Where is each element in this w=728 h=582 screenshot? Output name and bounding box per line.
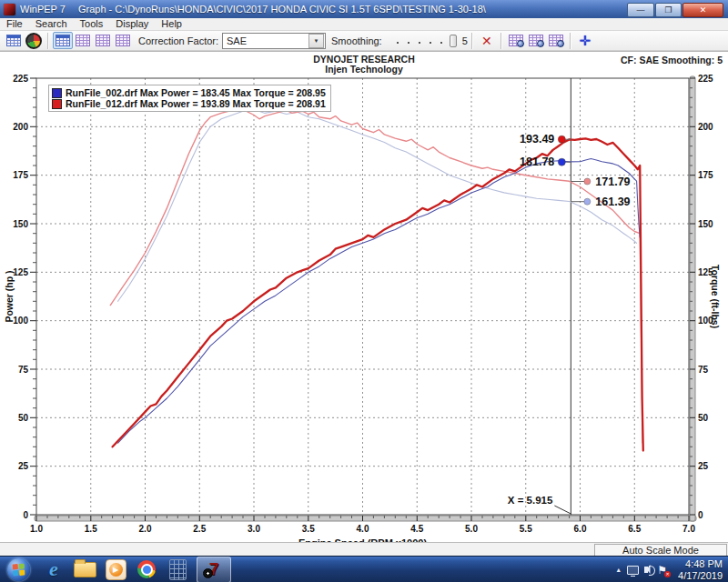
scale-mode-status: Auto Scale Mode	[594, 544, 727, 557]
graph-compare-icon-glyph	[76, 35, 90, 46]
graph-pen-icon[interactable]	[53, 32, 73, 49]
window-title: WinPEP 7Graph - C:\DynoRuns\HONDA\CIVIC\…	[20, 4, 486, 15]
arrow-overlay-icon	[557, 40, 564, 47]
y-tick-label-left: 75	[18, 365, 29, 375]
legend-swatch-run002	[52, 88, 62, 98]
smoothing-label: Smoothing:	[331, 35, 382, 46]
taskbar-chrome-icon[interactable]	[131, 557, 162, 581]
dial-gauge-icon-glyph	[25, 33, 42, 49]
readout-dot	[558, 135, 565, 143]
menu-bar: File Search Tools Display Help	[0, 18, 728, 31]
restore-icon: ❐	[664, 5, 672, 15]
clock[interactable]: 4:48 PM 4/17/2019	[678, 558, 723, 582]
network-icon[interactable]	[627, 566, 639, 575]
volume-icon[interactable]	[644, 567, 648, 573]
winpep-app-icon	[4, 4, 15, 15]
y-tick-label-left: 0	[23, 510, 28, 520]
close-button[interactable]: ✕	[682, 3, 723, 17]
taskbar-calculator-icon[interactable]	[162, 557, 193, 581]
media-player-icon: ▶	[106, 559, 126, 580]
y-tick-label-left: 225	[13, 74, 28, 84]
smoothing-slider-handle[interactable]	[450, 35, 457, 47]
folder-icon	[74, 562, 96, 577]
pan-graph-icon[interactable]	[526, 32, 546, 49]
minimize-button[interactable]: —	[627, 3, 654, 17]
grid-data-icon[interactable]	[4, 32, 24, 49]
readout-value: 181.78	[520, 156, 554, 168]
action-center-icon[interactable]: ⚑✕	[657, 565, 667, 576]
winpep-7-icon: 7	[209, 559, 219, 579]
menu-help[interactable]: Help	[155, 18, 188, 30]
taskbar-media-player-icon[interactable]: ▶	[100, 557, 131, 581]
readout-value: 193.49	[520, 133, 554, 146]
toolbar-separator	[570, 33, 571, 49]
y-axis-bar-right	[690, 76, 695, 521]
legend-label-run002: RunFile_002.drf Max Power = 183.45 Max T…	[66, 87, 326, 98]
correction-factor-value: SAE	[223, 35, 308, 46]
toolbar-separator	[471, 33, 473, 49]
clear-graph-icon[interactable]: ✕	[477, 32, 497, 49]
y-tick-label-left: 125	[13, 267, 28, 277]
y-tick-label-left: 25	[18, 461, 29, 471]
graph-multi-icon[interactable]	[113, 32, 133, 49]
tray-up-arrow-icon[interactable]: ▲	[615, 567, 622, 573]
cursor-x-label: X = 5.915	[508, 495, 553, 506]
x-tick-label: 5.0	[465, 524, 478, 534]
legend: RunFile_002.drf Max Power = 183.45 Max T…	[48, 85, 331, 112]
y-tick-label-right: 150	[698, 219, 713, 229]
document-title: Graph - C:\DynoRuns\HONDA\CIVIC\2017 HON…	[78, 4, 486, 15]
graph-overlay-icon[interactable]	[93, 32, 113, 49]
graph-pen-icon-glyph	[56, 35, 70, 46]
title-bar: WinPEP 7Graph - C:\DynoRuns\HONDA\CIVIC\…	[0, 0, 728, 18]
menu-search[interactable]: Search	[29, 18, 74, 30]
smoothing-slider[interactable]	[389, 34, 459, 47]
taskbar-winpep-button[interactable]: 7	[197, 557, 231, 582]
x-tick-label: 4.5	[410, 524, 423, 534]
minimize-icon: —	[637, 5, 645, 15]
close-icon: ✕	[700, 5, 707, 15]
legend-item: RunFile_002.drf Max Power = 183.45 Max T…	[52, 87, 326, 98]
chevron-down-icon: ▼	[314, 38, 319, 44]
x-tick-label: 2.5	[193, 524, 206, 534]
y-tick-label-right: 0	[698, 510, 703, 520]
y-tick-label-left: 150	[13, 219, 28, 229]
taskbar-ie-icon[interactable]: e	[38, 557, 69, 581]
dial-gauge-icon[interactable]	[24, 32, 44, 49]
y-axis-label-left: Power (hp )	[4, 270, 15, 322]
x-tick-label: 3.0	[248, 524, 260, 534]
x-tick-label: 3.5	[302, 524, 315, 534]
crosshair-icon[interactable]: ✛	[575, 32, 595, 49]
app-name: WinPEP 7	[20, 4, 66, 15]
legend-label-run012: RunFile_012.drf Max Power = 193.89 Max T…	[66, 98, 326, 109]
start-button[interactable]	[7, 558, 30, 581]
graph-overlay-icon-glyph	[96, 35, 110, 46]
graph-compare-icon[interactable]	[73, 32, 93, 49]
zoom-graph-icon[interactable]	[506, 32, 526, 49]
hand-overlay-icon	[537, 40, 544, 47]
status-bar: Auto Scale Mode	[0, 542, 728, 556]
readout-dot	[584, 178, 591, 185]
chart-svg[interactable]: 1.01.52.02.53.03.54.04.55.05.56.06.57.00…	[0, 52, 728, 543]
x-tick-label: 5.5	[520, 524, 532, 534]
y-tick-label-right: 200	[698, 122, 713, 132]
readout-dot	[584, 198, 591, 205]
menu-tools[interactable]: Tools	[74, 18, 110, 30]
clock-time: 4:48 PM	[678, 558, 723, 570]
y-tick-label-right: 175	[698, 170, 713, 180]
x-tick-label: 4.0	[357, 524, 369, 534]
menu-display[interactable]: Display	[109, 18, 155, 30]
pick-graph-icon[interactable]	[546, 32, 566, 49]
smoothing-value: 5	[462, 35, 468, 46]
y-tick-label-left: 200	[13, 122, 28, 132]
correction-factor-select[interactable]: SAE ▼	[222, 33, 326, 49]
menu-file[interactable]: File	[0, 18, 29, 30]
correction-factor-label: Correction Factor:	[138, 35, 218, 46]
y-axis-label-right: Torque (ft-lbs)	[710, 265, 721, 328]
legend-item: RunFile_012.drf Max Power = 193.89 Max T…	[52, 98, 326, 109]
toolbar-separator	[47, 33, 49, 49]
taskbar: e ▶ 7 ▲ ⚑✕ 4:48 PM 4/17/2019	[0, 556, 728, 582]
restore-button[interactable]: ❐	[655, 3, 682, 17]
x-tick-label: 2.0	[139, 524, 152, 534]
crosshair-icon-glyph: ✛	[580, 34, 592, 47]
taskbar-explorer-icon[interactable]	[69, 557, 100, 581]
